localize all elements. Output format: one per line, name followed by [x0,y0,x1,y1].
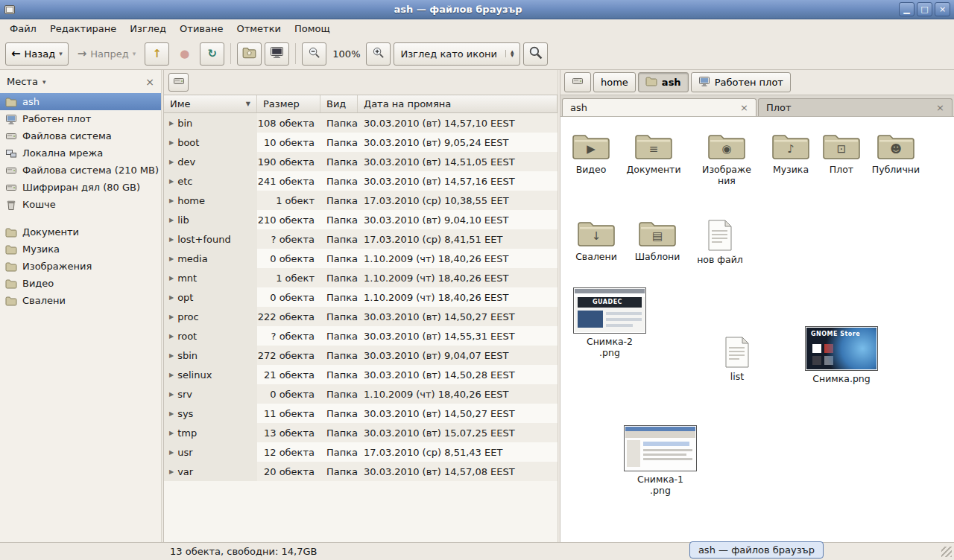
expander-icon[interactable]: ▶ [169,430,174,436]
table-row-lib[interactable]: ▶lib210 обектаПапка30.03.2010 (вт) 9,04,… [164,210,557,229]
expander-icon[interactable]: ▶ [169,255,174,262]
table-row-selinux[interactable]: ▶selinux21 обектаПапка30.03.2010 (вт) 14… [164,365,557,384]
pathbar-button-root[interactable] [564,72,591,92]
sidebar-item-Шифриран дял (80 GB)[interactable]: Шифриран дял (80 GB) [0,179,161,196]
search-button[interactable] [523,42,548,66]
table-row-media[interactable]: ▶media0 обектаПапка1.10.2009 (чт) 18,40,… [164,249,557,268]
sidebar-item-Видео[interactable]: Видео [0,275,161,292]
stop-button[interactable]: ● [172,42,197,66]
back-button[interactable]: ← Назад ▾ [5,42,69,66]
expander-icon[interactable]: ▶ [169,352,174,359]
column-header-date[interactable]: Дата на промяна [358,95,557,112]
titlebar[interactable]: ash — файлов браузър ▁ □ × [0,0,954,19]
maximize-button[interactable]: □ [917,2,932,16]
table-row-mnt[interactable]: ▶mnt1 обектПапка1.10.2009 (чт) 18,40,26 … [164,268,557,287]
sidebar-item-Кошче[interactable]: Кошче [0,196,161,213]
expander-icon[interactable]: ▶ [169,275,174,281]
menu-item-Отиване[interactable]: Отиване [173,21,230,36]
expander-icon[interactable]: ▶ [169,120,174,127]
expander-icon[interactable]: ▶ [169,468,174,475]
tab-Плот[interactable]: Плот× [758,98,953,116]
icon-view-item-Снимка.png[interactable]: GNOME StoreСнимка.png [809,326,874,384]
expander-icon[interactable]: ▶ [169,197,174,204]
table-row-usr[interactable]: ▶usr12 обектаПапка17.03.2010 (ср) 8,51,4… [164,442,557,462]
expander-icon[interactable]: ▶ [169,159,174,165]
sidebar-item-Документи[interactable]: Документи [0,223,161,241]
sidebar-item-Изображения[interactable]: Изображения [0,258,161,275]
location-button[interactable] [168,73,189,92]
icon-view-item-Публични[interactable]: ☻Публични [865,132,927,175]
icon-view-item-Шаблони[interactable]: ▤Шаблони [626,219,689,262]
reload-button[interactable]: ↻ [200,42,224,66]
icon-view-item-Документи[interactable]: ≡Документи [622,132,685,175]
sidebar-item-Файлова система (210 MB)[interactable]: Файлова система (210 MB) [0,162,161,179]
back-dropdown-icon[interactable]: ▾ [59,50,63,57]
menu-item-Файл[interactable]: Файл [3,21,43,36]
view-mode-select[interactable]: Изглед като икони ▴▾ [394,42,520,66]
tab-ash[interactable]: ash× [562,98,756,116]
taskbar-window-button[interactable]: ash — файлов браузър [689,541,824,559]
sidebar-title[interactable]: Места [7,76,38,87]
expander-icon[interactable]: ▶ [169,391,174,398]
column-header-name[interactable]: Име ▼ [164,95,257,112]
zoom-in-button[interactable] [366,42,391,66]
expander-icon[interactable]: ▶ [169,410,174,417]
tab-close-icon[interactable]: × [936,102,944,113]
expander-icon[interactable]: ▶ [169,314,174,320]
expander-icon[interactable]: ▶ [169,139,174,146]
menu-item-Отметки[interactable]: Отметки [230,21,287,36]
computer-button[interactable] [265,42,289,66]
sidebar-item-Свалени[interactable]: Свалени [0,292,161,309]
column-header-type[interactable]: Вид [320,95,358,112]
pathbar-button-Работен плот[interactable]: Работен плот [691,72,791,92]
sidebar-item-Работен плот[interactable]: Работен плот [0,110,161,127]
sidebar-item-Файлова система[interactable]: Файлова система [0,127,161,144]
expander-icon[interactable]: ▶ [169,333,174,340]
menu-item-Изглед[interactable]: Изглед [123,21,173,36]
expander-icon[interactable]: ▶ [169,449,174,456]
expander-icon[interactable]: ▶ [169,217,174,223]
sidebar-item-Локална мрежа[interactable]: Локална мрежа [0,144,161,162]
table-row-sbin[interactable]: ▶sbin272 обектаПапка30.03.2010 (вт) 9,04… [164,346,557,365]
menu-item-Помощ[interactable]: Помощ [288,21,337,36]
table-row-proc[interactable]: ▶proc222 обектаПапка30.03.2010 (вт) 14,5… [164,307,557,326]
table-row-opt[interactable]: ▶opt0 обектаПапка1.10.2009 (чт) 18,40,26… [164,287,557,307]
expander-icon[interactable]: ▶ [169,178,174,185]
tab-close-icon[interactable]: × [740,102,748,113]
icon-view-item-Музика[interactable]: ♪Музика [759,132,822,175]
icon-view[interactable]: ▶Видео≡Документи◉Изображения♪Музика⊡Плот… [560,116,954,542]
table-row-dev[interactable]: ▶dev190 обектаПапка30.03.2010 (вт) 14,51… [164,152,557,171]
table-row-etc[interactable]: ▶etc241 обектаПапка30.03.2010 (вт) 14,57… [164,171,557,191]
table-row-srv[interactable]: ▶srv0 обектаПапка1.10.2009 (чт) 18,40,26… [164,384,557,404]
menu-item-Редактиране[interactable]: Редактиране [43,21,123,36]
icon-view-item-нов файл[interactable]: нов файл [692,219,748,265]
close-button[interactable]: × [935,2,950,16]
home-button[interactable] [237,42,262,66]
forward-button[interactable]: → Напред ▾ [72,42,142,66]
resize-grip[interactable] [941,547,952,557]
icon-view-item-Изображения[interactable]: ◉Изображения [700,132,754,186]
icon-view-item-Снимка-1.png[interactable]: Снимка-1.png [636,425,685,496]
expander-icon[interactable]: ▶ [169,372,174,378]
icon-view-item-Снимка-2.png[interactable]: GUADECСнимка-2.png [585,287,634,358]
expander-icon[interactable]: ▶ [169,294,174,301]
expander-icon[interactable]: ▶ [169,236,174,243]
sidebar-close-icon[interactable]: × [145,76,154,88]
table-row-boot[interactable]: ▶boot10 обектаПапка30.03.2010 (вт) 9,05,… [164,133,557,152]
table-row-home[interactable]: ▶home1 обектПапка17.03.2010 (ср) 10,38,5… [164,191,557,210]
sidebar-item-Музика[interactable]: Музика [0,241,161,258]
icon-view-item-Видео[interactable]: ▶Видео [560,132,622,175]
pathbar-button-home[interactable]: home [593,72,636,92]
table-row-root[interactable]: ▶root? обектаПапка30.03.2010 (вт) 14,55,… [164,326,557,346]
table-row-lost+found[interactable]: ▶lost+found? обектаПапка17.03.2010 (ср) … [164,229,557,249]
zoom-out-button[interactable] [302,42,326,66]
icon-view-item-Плот[interactable]: ⊡Плот [817,132,866,175]
pathbar-button-ash[interactable]: ash [638,72,689,92]
minimize-button[interactable]: ▁ [899,2,914,16]
table-row-tmp[interactable]: ▶tmp13 обектаПапка30.03.2010 (вт) 15,07,… [164,423,557,442]
up-button[interactable]: ↑ [145,42,169,66]
table-row-var[interactable]: ▶var20 обектаПапка30.03.2010 (вт) 14,57,… [164,462,557,481]
icon-view-item-list[interactable]: list [715,336,759,382]
table-row-bin[interactable]: ▶bin108 обектаПапка30.03.2010 (вт) 14,57… [164,113,557,133]
column-header-size[interactable]: Размер [257,95,320,112]
